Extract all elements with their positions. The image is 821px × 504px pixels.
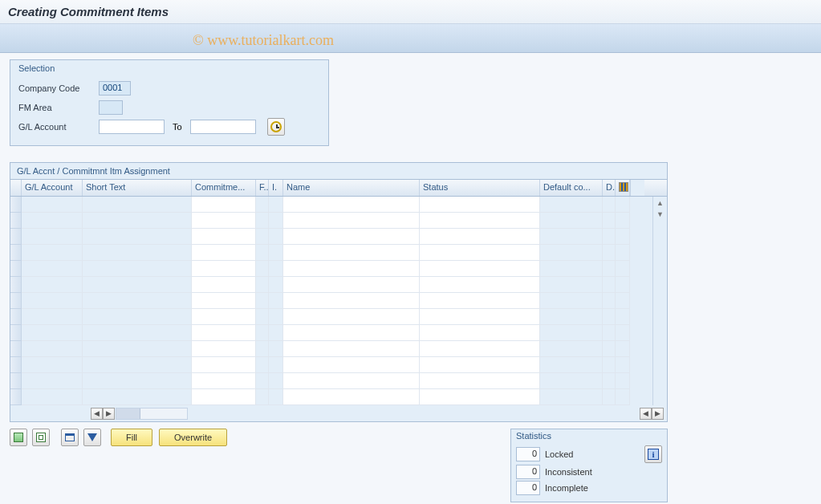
- filter-button[interactable]: [83, 429, 101, 446]
- table-row[interactable]: [10, 325, 652, 341]
- scroll-down-icon[interactable]: ▼: [655, 209, 666, 220]
- table-cell[interactable]: [603, 277, 616, 293]
- table-cell[interactable]: [256, 389, 269, 405]
- table-cell[interactable]: [22, 261, 83, 277]
- table-settings-button[interactable]: [616, 180, 630, 196]
- gl-account-to-input[interactable]: [190, 120, 256, 134]
- table-cell[interactable]: [269, 357, 283, 373]
- col-f[interactable]: F..: [256, 180, 269, 196]
- table-cell[interactable]: [283, 389, 420, 405]
- table-cell[interactable]: [283, 213, 420, 229]
- table-cell[interactable]: [269, 341, 283, 357]
- table-cell[interactable]: [283, 341, 420, 357]
- table-cell[interactable]: [420, 293, 540, 309]
- print-button[interactable]: [61, 429, 79, 446]
- col-default-co[interactable]: Default co...: [540, 180, 603, 196]
- table-cell[interactable]: [540, 261, 603, 277]
- table-cell[interactable]: [192, 213, 256, 229]
- table-cell[interactable]: [603, 309, 616, 325]
- table-cell[interactable]: [83, 309, 192, 325]
- table-cell[interactable]: [540, 325, 603, 341]
- table-cell[interactable]: [540, 213, 603, 229]
- table-cell[interactable]: [192, 325, 256, 341]
- table-cell[interactable]: [22, 325, 83, 341]
- table-row[interactable]: [10, 213, 652, 229]
- row-selector[interactable]: [10, 213, 22, 229]
- col-status[interactable]: Status: [420, 180, 540, 196]
- col-commitment[interactable]: Commitme...: [192, 180, 256, 196]
- table-row[interactable]: [10, 245, 652, 261]
- table-cell[interactable]: [283, 373, 420, 389]
- table-row[interactable]: [10, 277, 652, 293]
- table-cell[interactable]: [22, 197, 83, 213]
- hscroll-right-icon[interactable]: ▶: [103, 408, 115, 420]
- table-cell[interactable]: [83, 357, 192, 373]
- table-cell[interactable]: [283, 261, 420, 277]
- row-selector[interactable]: [10, 357, 22, 373]
- table-vertical-scrollbar[interactable]: ▲ ▼: [652, 197, 667, 405]
- table-cell[interactable]: [283, 277, 420, 293]
- table-cell[interactable]: [420, 261, 540, 277]
- table-cell[interactable]: [256, 213, 269, 229]
- table-cell[interactable]: [256, 229, 269, 245]
- table-cell[interactable]: [22, 373, 83, 389]
- table-cell[interactable]: [83, 341, 192, 357]
- table-cell[interactable]: [540, 197, 603, 213]
- table-cell[interactable]: [603, 213, 616, 229]
- table-cell[interactable]: [192, 245, 256, 261]
- table-cell[interactable]: [420, 357, 540, 373]
- col-short-text[interactable]: Short Text: [83, 180, 192, 196]
- table-cell[interactable]: [540, 389, 603, 405]
- table-cell[interactable]: [83, 293, 192, 309]
- table-cell[interactable]: [603, 261, 616, 277]
- table-cell[interactable]: [603, 357, 616, 373]
- table-cell[interactable]: [256, 293, 269, 309]
- table-cell[interactable]: [269, 213, 283, 229]
- table-cell[interactable]: [22, 389, 83, 405]
- table-cell[interactable]: [616, 213, 630, 229]
- row-selector-header[interactable]: [10, 180, 22, 196]
- statistics-info-button[interactable]: i: [644, 445, 662, 463]
- table-cell[interactable]: [616, 341, 630, 357]
- table-row[interactable]: [10, 389, 652, 405]
- row-selector[interactable]: [10, 245, 22, 261]
- hscroll-end-right-icon[interactable]: ▶: [652, 408, 664, 420]
- table-cell[interactable]: [192, 389, 256, 405]
- table-cell[interactable]: [616, 357, 630, 373]
- table-cell[interactable]: [83, 277, 192, 293]
- table-row[interactable]: [10, 341, 652, 357]
- table-cell[interactable]: [83, 261, 192, 277]
- table-cell[interactable]: [540, 309, 603, 325]
- table-cell[interactable]: [256, 341, 269, 357]
- table-cell[interactable]: [603, 325, 616, 341]
- table-cell[interactable]: [420, 389, 540, 405]
- table-cell[interactable]: [22, 245, 83, 261]
- col-i[interactable]: I.: [269, 180, 283, 196]
- table-cell[interactable]: [22, 213, 83, 229]
- table-cell[interactable]: [192, 341, 256, 357]
- table-cell[interactable]: [420, 341, 540, 357]
- table-cell[interactable]: [603, 197, 616, 213]
- table-cell[interactable]: [616, 293, 630, 309]
- row-selector[interactable]: [10, 277, 22, 293]
- table-cell[interactable]: [83, 389, 192, 405]
- table-cell[interactable]: [269, 229, 283, 245]
- table-cell[interactable]: [616, 325, 630, 341]
- table-cell[interactable]: [616, 229, 630, 245]
- table-row[interactable]: [10, 293, 652, 309]
- select-all-button[interactable]: [10, 429, 27, 446]
- table-cell[interactable]: [616, 277, 630, 293]
- table-cell[interactable]: [540, 245, 603, 261]
- table-cell[interactable]: [269, 197, 283, 213]
- row-selector[interactable]: [10, 229, 22, 245]
- row-selector[interactable]: [10, 261, 22, 277]
- table-cell[interactable]: [269, 389, 283, 405]
- table-cell[interactable]: [420, 197, 540, 213]
- table-cell[interactable]: [616, 373, 630, 389]
- table-cell[interactable]: [420, 245, 540, 261]
- table-cell[interactable]: [83, 213, 192, 229]
- col-d[interactable]: D..: [603, 180, 616, 196]
- table-cell[interactable]: [283, 229, 420, 245]
- table-cell[interactable]: [616, 261, 630, 277]
- hscroll-end-left-icon[interactable]: ◀: [640, 408, 652, 420]
